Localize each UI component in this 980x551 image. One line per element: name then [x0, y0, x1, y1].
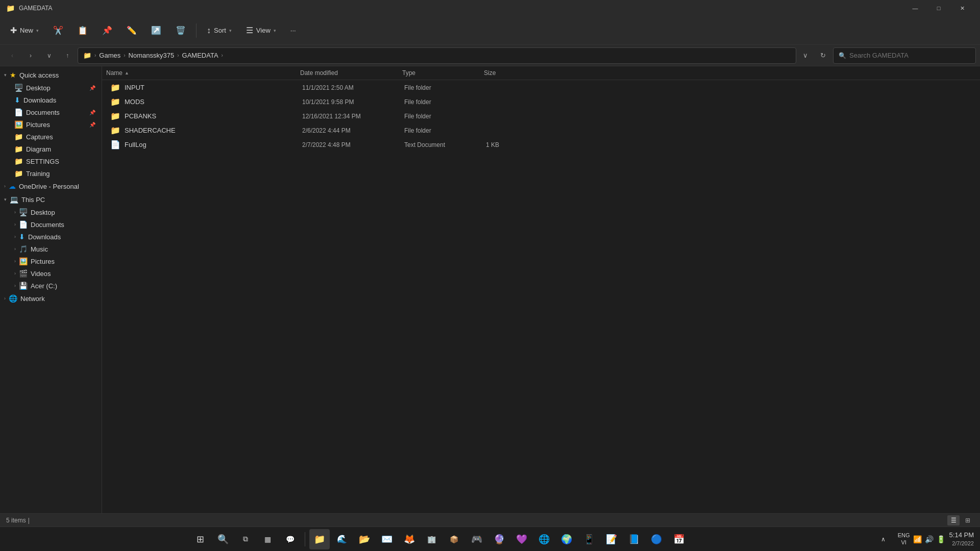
chrome-button[interactable]: 🌍: [556, 529, 577, 549]
view-chevron-icon: ▾: [274, 28, 276, 33]
phone-button[interactable]: 📱: [579, 529, 599, 549]
search-input[interactable]: [849, 52, 970, 59]
sidebar-item-downloads-quick[interactable]: ⬇ Downloads: [2, 94, 100, 106]
browser-button[interactable]: 🌐: [534, 529, 554, 549]
dropbox-button[interactable]: 📦: [444, 529, 464, 549]
sidebar-item-downloads-pc[interactable]: › ⬇ Downloads: [2, 231, 100, 243]
app-button[interactable]: 🔵: [646, 529, 667, 549]
table-row[interactable]: 📁 SHADERCACHE 2/6/2022 4:44 PM File fold…: [104, 123, 978, 137]
sort-button[interactable]: ↕️ Sort ▾: [201, 21, 238, 40]
maximize-button[interactable]: □: [927, 0, 950, 16]
cut-icon: ✂️: [53, 26, 63, 35]
vs-button[interactable]: 🔮: [489, 529, 509, 549]
pin-icon: 📌: [89, 85, 95, 91]
file-size: 1 KB: [482, 141, 543, 148]
sidebar-section-quick-access[interactable]: ▾ ★ Quick access: [0, 68, 102, 82]
table-row[interactable]: 📁 PCBANKS 12/16/2021 12:34 PM File folde…: [104, 109, 978, 123]
start-button[interactable]: ⊞: [190, 529, 211, 549]
breadcrumb-games[interactable]: Games: [99, 52, 120, 59]
app-hub-button[interactable]: 🏢: [422, 529, 442, 549]
col-header-type[interactable]: Type: [398, 69, 480, 77]
app-icon: 📁: [6, 4, 15, 12]
minimize-button[interactable]: —: [903, 0, 927, 16]
close-button[interactable]: ✕: [950, 0, 974, 16]
table-row[interactable]: 📁 MODS 10/1/2021 9:58 PM File folder: [104, 95, 978, 109]
calendar-button[interactable]: 📅: [669, 529, 689, 549]
word-button[interactable]: 📘: [624, 529, 644, 549]
file-date: 10/1/2021 9:58 PM: [298, 98, 400, 106]
col-header-size[interactable]: Size: [480, 69, 541, 77]
up-button[interactable]: ↑: [59, 47, 76, 64]
sidebar-item-videos[interactable]: › 🎬 Videos: [2, 267, 100, 280]
table-row[interactable]: 📁 INPUT 11/1/2021 2:50 AM File folder: [104, 81, 978, 94]
explorer-taskbar-button[interactable]: 📁: [309, 529, 330, 549]
new-label: New: [20, 27, 33, 34]
sidebar-section-onedrive[interactable]: › ☁ OneDrive - Personal: [0, 180, 102, 193]
breadcrumb-expand-button[interactable]: ∨: [798, 48, 813, 63]
sidebar-item-diagram[interactable]: 📁 Diagram: [2, 143, 100, 155]
search-box[interactable]: 🔍: [833, 47, 976, 64]
search-icon: 🔍: [839, 52, 846, 59]
teams-button[interactable]: 💬: [280, 529, 301, 549]
rename-button[interactable]: ✏️: [120, 21, 143, 40]
discord-button[interactable]: 💜: [511, 529, 532, 549]
breadcrumb-gamedata[interactable]: GAMEDATA: [182, 52, 218, 59]
firefox-button[interactable]: 🦊: [399, 529, 420, 549]
paste-icon: 📌: [102, 26, 112, 35]
sidebar-item-training[interactable]: 📁 Training: [2, 167, 100, 180]
sidebar-diagram-label: Diagram: [26, 145, 51, 153]
delete-button[interactable]: 🗑️: [169, 21, 192, 40]
taskview-button[interactable]: ⧉: [235, 529, 256, 549]
toolbar: ✚ New ▾ ✂️ 📋 📌 ✏️ ↗️ 🗑️ ↕️ Sort ▾ ☰ View…: [0, 16, 980, 45]
breadcrumb-nomanssky[interactable]: Nomanssky375: [129, 52, 175, 59]
grid-view-button[interactable]: ⊞: [962, 515, 974, 525]
cut-button[interactable]: ✂️: [47, 21, 69, 40]
sidebar-item-acer[interactable]: › 💾 Acer (C:): [2, 280, 100, 292]
mail-button[interactable]: ✉️: [377, 529, 397, 549]
sidebar-item-music[interactable]: › 🎵 Music: [2, 243, 100, 255]
chevron-up-button[interactable]: ∧: [873, 529, 894, 549]
col-header-date[interactable]: Date modified: [296, 69, 398, 77]
col-size-label: Size: [484, 69, 496, 77]
more-button[interactable]: ···: [284, 21, 302, 40]
breadcrumb-folder-icon[interactable]: 📁: [83, 52, 91, 59]
paste-button[interactable]: 📌: [96, 21, 118, 40]
sidebar-item-pictures-pc[interactable]: › 🖼️ Pictures: [2, 255, 100, 267]
sidebar-section-thispc[interactable]: ▾ 💻 This PC: [0, 193, 102, 206]
view-button[interactable]: ☰ View ▾: [240, 21, 282, 40]
sidebar-item-settings[interactable]: 📁 SETTINGS: [2, 155, 100, 167]
game-button[interactable]: 🎮: [467, 529, 487, 549]
downloads-icon: ⬇: [14, 96, 20, 104]
sidebar-item-documents-pc[interactable]: › 📄 Documents: [2, 218, 100, 231]
widgets-button[interactable]: ▦: [258, 529, 278, 549]
sidebar-section-network[interactable]: › 🌐 Network: [0, 292, 102, 305]
view-label: View: [256, 27, 271, 34]
col-header-name[interactable]: Name ▲: [102, 69, 296, 77]
new-icon: ✚: [10, 26, 17, 35]
copy-button[interactable]: 📋: [71, 21, 94, 40]
clock[interactable]: 5:14 PM 2/7/2022: [949, 531, 974, 548]
file-type: Text Document: [400, 141, 482, 148]
list-view-button[interactable]: ☰: [947, 515, 960, 525]
sidebar-item-pictures-quick[interactable]: 🖼️ Pictures 📌: [2, 118, 100, 131]
recent-button[interactable]: ∨: [41, 47, 57, 64]
stickynotes-button[interactable]: 📝: [601, 529, 622, 549]
drive-icon: 💾: [19, 282, 28, 290]
sidebar-item-documents-quick[interactable]: 📄 Documents 📌: [2, 106, 100, 118]
sidebar-item-desktop-pc[interactable]: › 🖥️ Desktop: [2, 206, 100, 218]
new-button[interactable]: ✚ New ▾: [4, 21, 45, 40]
file-date: 2/7/2022 4:48 PM: [298, 141, 400, 148]
table-row[interactable]: 📄 FullLog 2/7/2022 4:48 PM Text Document…: [104, 138, 978, 152]
forward-button[interactable]: ›: [22, 47, 39, 64]
breadcrumb[interactable]: 📁 › Games › Nomanssky375 › GAMEDATA ›: [78, 47, 796, 64]
back-button[interactable]: ‹: [4, 47, 20, 64]
sidebar-item-desktop-quick[interactable]: 🖥️ Desktop 📌: [2, 82, 100, 94]
edge-button[interactable]: 🌊: [332, 529, 352, 549]
status-separator: |: [28, 517, 30, 524]
files-button[interactable]: 📂: [354, 529, 375, 549]
search-taskbar-button[interactable]: 🔍: [213, 529, 233, 549]
quick-access-chevron-icon: ▾: [4, 72, 7, 78]
sidebar-item-captures[interactable]: 📁 Captures: [2, 131, 100, 143]
refresh-button[interactable]: ↻: [815, 47, 831, 64]
share-button[interactable]: ↗️: [145, 21, 167, 40]
